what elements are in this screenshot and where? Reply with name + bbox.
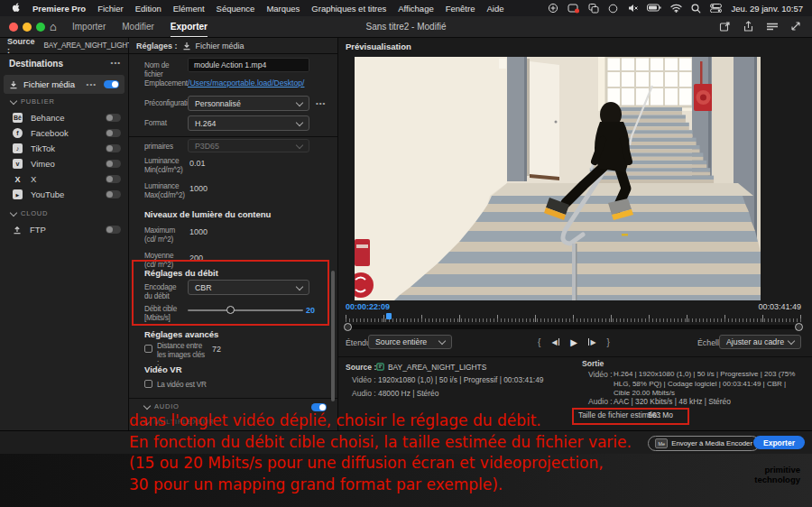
publish-group-header[interactable]: PUBLIER [11, 97, 55, 106]
scale-value: Ajuster au cadre [726, 337, 784, 346]
filename-input[interactable] [188, 58, 309, 72]
tiktok-toggle[interactable] [106, 144, 121, 152]
mux-section-header[interactable]: MULTIPLEXEUR [144, 418, 215, 426]
step-forward-button[interactable]: ▶ [588, 338, 596, 346]
primaries-value: P3D65 [195, 142, 219, 151]
file-size-value: 563 Mo [648, 410, 673, 419]
destination-youtube[interactable]: ▶ YouTube [13, 187, 121, 202]
facebook-toggle[interactable] [106, 129, 121, 137]
target-bitrate-value[interactable]: 20 [306, 306, 315, 315]
send-to-media-encoder-button[interactable]: Me Envoyer à Media Encoder [648, 436, 760, 451]
zoom-window-button[interactable] [36, 23, 45, 32]
control-center-icon[interactable] [710, 4, 722, 13]
share-icon[interactable] [743, 21, 754, 32]
keyframe-checkbox[interactable] [144, 345, 152, 353]
bottom-action-bar: Me Envoyer à Media Encoder Exporter [0, 430, 812, 454]
menu-fenetre[interactable]: Fenêtre [446, 4, 475, 14]
quick-export-icon[interactable] [719, 21, 731, 32]
screen-record-icon[interactable] [567, 3, 579, 14]
fichier-media-toggle[interactable] [104, 80, 119, 88]
fullscreen-icon[interactable] [790, 21, 801, 32]
battery-icon[interactable] [647, 4, 661, 13]
preset-options-icon[interactable]: ••• [316, 99, 326, 107]
keyframe-value[interactable]: 72 [212, 345, 221, 354]
watermark: primitive technology [754, 465, 800, 484]
footer-strip: primitive technology [0, 454, 812, 507]
apple-logo-icon[interactable] [11, 3, 21, 14]
vr-checkbox[interactable] [144, 380, 152, 388]
destination-tiktok[interactable]: ♪ TikTok [13, 141, 121, 156]
playhead-marker[interactable] [386, 313, 392, 319]
menu-edition[interactable]: Edition [135, 4, 161, 14]
spotlight-search-icon[interactable] [691, 4, 701, 14]
workspace-icon[interactable] [766, 21, 779, 32]
format-dropdown[interactable]: H.264 [188, 115, 309, 131]
menu-marques[interactable]: Marques [266, 4, 300, 14]
luminance-min-label: Luminance Min(cd/m^2) [144, 157, 186, 174]
location-link[interactable]: /Users/macportable.load/Desktop/ [188, 78, 304, 88]
destination-vimeo[interactable]: v Vimeo [13, 156, 121, 171]
preset-dropdown[interactable]: Personnalisé [188, 96, 309, 111]
media-encoder-icon: Me [655, 438, 668, 448]
menu-graphiques[interactable]: Graphiques et titres [311, 4, 386, 14]
menu-premiere-pro[interactable]: Premiere Pro [32, 4, 86, 14]
menu-sequence[interactable]: Séquence [217, 4, 255, 14]
menu-affichage[interactable]: Affichage [398, 4, 433, 14]
input-source-icon[interactable] [548, 3, 558, 14]
tab-modifier[interactable]: Modifier [122, 16, 154, 37]
mute-icon[interactable] [627, 3, 638, 14]
minimize-window-button[interactable] [23, 23, 32, 32]
light-max-value[interactable]: 1000 [189, 227, 208, 236]
cloud-group-label: CLOUD [21, 209, 48, 217]
luminance-min-value[interactable]: 0.01 [189, 159, 206, 168]
menu-bar-clock[interactable]: Jeu. 29 janv. 10:57 [731, 4, 803, 14]
tab-importer[interactable]: Importer [72, 16, 106, 37]
destination-options-icon[interactable]: ••• [87, 80, 97, 88]
luminance-max-value[interactable]: 1000 [189, 184, 208, 193]
encoding-dropdown[interactable]: CBR [188, 280, 309, 295]
mark-out-icon[interactable]: } [607, 337, 610, 347]
range-out-handle[interactable] [795, 323, 803, 331]
range-in-handle[interactable] [344, 323, 352, 331]
youtube-toggle[interactable] [106, 190, 121, 198]
destination-behance[interactable]: Bē Behance [13, 110, 121, 125]
menu-fichier[interactable]: Fichier [97, 4, 124, 14]
home-icon[interactable]: ⌂ [50, 20, 57, 33]
export-button[interactable]: Exporter [753, 436, 805, 449]
mark-in-icon[interactable]: { [538, 337, 540, 347]
destination-facebook[interactable]: f Facebook [13, 125, 121, 141]
video-preview [355, 57, 761, 300]
menu-aide[interactable]: Aide [486, 4, 503, 14]
destinations-menu-icon[interactable]: ••• [111, 59, 121, 69]
light-avg-value[interactable]: 200 [189, 254, 203, 263]
destination-x[interactable]: X X [13, 171, 121, 187]
cloud-group-header[interactable]: CLOUD [11, 209, 48, 217]
tab-exporter[interactable]: Exporter [171, 16, 208, 37]
play-button[interactable]: ▶ [570, 337, 577, 347]
bitrate-title: Réglages du débit [144, 268, 218, 278]
timeline-ruler[interactable] [346, 314, 801, 322]
audio-toggle[interactable] [311, 403, 327, 411]
ftp-toggle[interactable] [106, 226, 121, 234]
step-back-button[interactable]: ◀ [551, 338, 559, 346]
scale-dropdown[interactable]: Ajuster au cadre [719, 335, 801, 349]
target-bitrate-slider[interactable] [188, 309, 303, 311]
x-toggle[interactable] [106, 175, 121, 183]
behance-toggle[interactable] [106, 114, 121, 122]
destination-ftp[interactable]: FTP [13, 222, 121, 237]
destination-label: FTP [30, 225, 46, 235]
vimeo-toggle[interactable] [106, 160, 121, 168]
slider-knob[interactable] [226, 306, 235, 314]
wifi-icon[interactable] [670, 4, 682, 13]
close-window-button[interactable] [9, 23, 18, 32]
range-scrubber[interactable] [346, 325, 801, 329]
shortcuts-icon[interactable] [608, 4, 618, 14]
destination-fichier-media[interactable]: Fichier média ••• [4, 75, 125, 94]
settings-scrollbar[interactable] [331, 271, 335, 401]
range-dropdown[interactable]: Source entière [368, 335, 452, 349]
mirroring-icon[interactable] [588, 3, 599, 14]
summ-out-video-value: H.264 | 1920x1080 (1,0) | 50 i/s | Progr… [614, 370, 803, 399]
behance-icon: Bē [13, 113, 23, 123]
menu-element[interactable]: Elément [173, 4, 205, 14]
audio-section-header[interactable]: AUDIO [144, 402, 180, 410]
